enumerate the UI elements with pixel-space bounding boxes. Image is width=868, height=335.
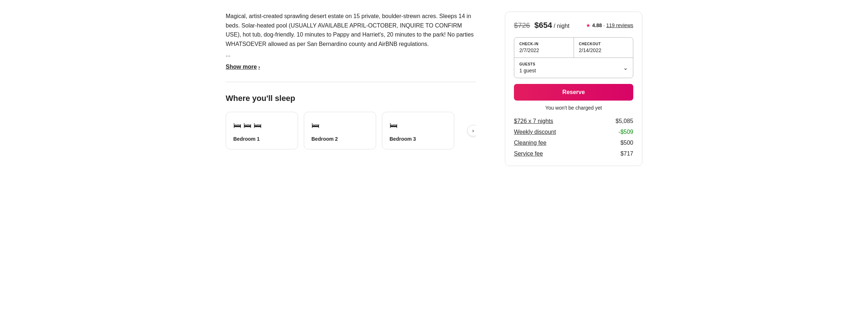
bed-icon-1c: 🛏	[254, 121, 261, 130]
sleep-section: Where you'll sleep 🛏 🛏 🛏 Bedroom 1 🛏	[226, 94, 476, 149]
guests-content: GUESTS 1 guest	[519, 62, 623, 73]
price-value-3: $717	[620, 150, 633, 157]
price-label-0[interactable]: $726 x 7 nights	[514, 118, 553, 124]
no-charge-text: You won't be charged yet	[514, 105, 633, 111]
price-value-1: -$509	[618, 129, 633, 135]
guests-label: GUESTS	[519, 62, 623, 66]
sleep-section-title: Where you'll sleep	[226, 94, 476, 103]
booking-form: CHECK-IN 2/7/2022 CHECKOUT 2/14/2022 GUE…	[514, 37, 633, 78]
chevron-down-icon: ⌄	[623, 64, 628, 71]
current-price: $654	[535, 21, 552, 30]
checkin-value: 2/7/2022	[519, 47, 569, 53]
current-price-with-night: $654 / night	[535, 21, 570, 30]
section-divider	[226, 82, 476, 82]
bedroom-1-label: Bedroom 1	[233, 136, 290, 142]
price-label-1[interactable]: Weekly discount	[514, 129, 556, 135]
original-price: $726	[514, 21, 530, 30]
price-breakdown: $726 x 7 nights $5,085 Weekly discount -…	[514, 118, 633, 157]
description-text: Magical, artist-created sprawling desert…	[226, 12, 476, 48]
bed-icon-2a: 🛏	[311, 121, 319, 130]
rating-section: ★ 4.88 · 119 reviews	[586, 22, 633, 28]
checkout-label: CHECKOUT	[579, 42, 628, 46]
show-more-button[interactable]: Show more ›	[226, 64, 260, 70]
dates-row: CHECK-IN 2/7/2022 CHECKOUT 2/14/2022	[514, 38, 633, 58]
bedroom-card-3: 🛏 Bedroom 3	[382, 112, 454, 149]
rating-dot: ·	[603, 22, 605, 28]
bed-icon-1a: 🛏	[233, 121, 241, 130]
price-value-2: $500	[620, 140, 633, 146]
chevron-right-icon: ›	[258, 64, 260, 70]
page-wrapper: Magical, artist-created sprawling desert…	[217, 0, 651, 178]
reserve-label: Reserve	[562, 89, 585, 95]
right-column: $726 $654 / night ★ 4.88 · 119 reviews C…	[505, 12, 642, 166]
price-row-0: $726 x 7 nights $5,085	[514, 118, 633, 124]
bed-icons-1: 🛏 🛏 🛏	[233, 121, 290, 130]
show-more-label: Show more	[226, 64, 257, 70]
left-column: Magical, artist-created sprawling desert…	[226, 12, 476, 166]
bed-icon-3a: 🛏	[390, 121, 397, 130]
bed-icons-3: 🛏	[390, 121, 447, 130]
checkout-value: 2/14/2022	[579, 47, 628, 53]
bedroom-2-label: Bedroom 2	[311, 136, 369, 142]
price-header: $726 $654 / night ★ 4.88 · 119 reviews	[514, 21, 633, 30]
bedrooms-row: 🛏 🛏 🛏 Bedroom 1 🛏 Bedroom 2 🛏	[226, 112, 476, 149]
price-label-2[interactable]: Cleaning fee	[514, 140, 546, 146]
checkin-field[interactable]: CHECK-IN 2/7/2022	[514, 38, 574, 58]
bedroom-3-label: Bedroom 3	[390, 136, 447, 142]
ellipsis-text: ...	[226, 51, 476, 58]
price-label-3[interactable]: Service fee	[514, 150, 543, 157]
guests-value: 1 guest	[519, 68, 623, 73]
star-icon: ★	[586, 22, 591, 28]
bed-icons-2: 🛏	[311, 121, 369, 130]
bed-icon-1b: 🛏	[243, 121, 251, 130]
guests-row[interactable]: GUESTS 1 guest ⌄	[514, 58, 633, 78]
per-night-label: / night	[554, 23, 570, 29]
price-row-1: Weekly discount -$509	[514, 129, 633, 135]
price-row-3: Service fee $717	[514, 150, 633, 157]
reviews-link[interactable]: 119 reviews	[606, 22, 633, 28]
rating-value: 4.88	[592, 22, 602, 28]
pricing-card: $726 $654 / night ★ 4.88 · 119 reviews C…	[505, 12, 642, 166]
price-row-2: Cleaning fee $500	[514, 140, 633, 146]
reserve-button[interactable]: Reserve	[514, 84, 633, 101]
checkout-field[interactable]: CHECKOUT 2/14/2022	[574, 38, 633, 58]
price-value-0: $5,085	[616, 118, 633, 124]
bedroom-card-1: 🛏 🛏 🛏 Bedroom 1	[226, 112, 298, 149]
bedroom-card-2: 🛏 Bedroom 2	[304, 112, 376, 149]
checkin-label: CHECK-IN	[519, 42, 569, 46]
bedrooms-next-button[interactable]: ›	[467, 125, 476, 136]
